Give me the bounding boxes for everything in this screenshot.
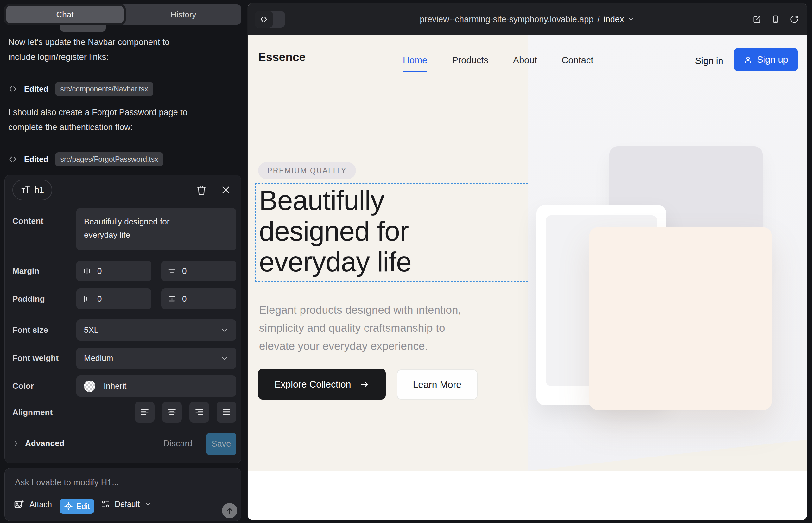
user-icon: [744, 55, 753, 64]
scrolled-file-pill-partial: [60, 25, 106, 32]
sign-up-button[interactable]: Sign up: [734, 48, 798, 71]
refresh-icon[interactable]: [790, 15, 799, 24]
edit-mode-button[interactable]: Edit: [59, 499, 94, 513]
arrow-right-icon: [360, 380, 369, 389]
paragraph-line: Elegant products designed with intention…: [259, 301, 461, 319]
padding-horizontal-input[interactable]: 0: [76, 288, 152, 309]
file-chip[interactable]: src/components/Navbar.tsx: [55, 82, 153, 96]
edited-label: Edited: [24, 85, 48, 94]
nav-link-home[interactable]: Home: [403, 55, 427, 72]
save-button[interactable]: Save: [206, 433, 236, 455]
padding-horizontal-value: 0: [97, 294, 102, 304]
heading-line: everyday life: [259, 246, 411, 277]
code-preview-toggle[interactable]: [254, 11, 285, 28]
padding-label: Padding: [12, 294, 45, 304]
image-plus-icon: [14, 499, 24, 509]
advanced-label: Advanced: [25, 438, 64, 448]
margin-horizontal-icon: [83, 267, 91, 275]
chevron-right-icon: [12, 440, 20, 447]
align-justify-button[interactable]: [217, 402, 236, 422]
nav-link-contact[interactable]: Contact: [562, 55, 594, 72]
message-line: Now let's update the Navbar component to: [8, 35, 235, 50]
margin-vertical-value: 0: [182, 266, 187, 276]
message-line: I should also create a Forgot Password p…: [8, 105, 235, 120]
close-panel-icon[interactable]: [221, 185, 231, 195]
chat-history-tabbar: Chat History: [4, 4, 241, 25]
hero-paragraph: Elegant products designed with intention…: [259, 301, 461, 355]
code-icon: [8, 85, 17, 93]
hero-heading[interactable]: Beautifully designed for everyday life: [259, 185, 411, 277]
discard-button[interactable]: Discard: [163, 439, 193, 449]
url-path: index: [604, 15, 624, 24]
message-line: include login/register links:: [8, 50, 235, 65]
send-button[interactable]: [222, 503, 237, 518]
chevron-down-icon: [220, 354, 229, 362]
font-size-select[interactable]: 5XL: [76, 320, 236, 341]
url-bar[interactable]: preview--charming-site-symphony.lovable.…: [248, 3, 807, 35]
margin-vertical-icon: [167, 267, 176, 275]
padding-vertical-value: 0: [182, 294, 187, 304]
align-right-button[interactable]: [189, 402, 209, 422]
advanced-toggle[interactable]: Advanced: [12, 438, 64, 448]
content-label: Content: [12, 216, 43, 226]
align-left-button[interactable]: [135, 402, 155, 422]
element-editor-panel: h1 Content Beautifully designed for ever…: [4, 175, 241, 464]
site-nav: Home Products About Contact: [403, 55, 594, 72]
color-picker-field[interactable]: Inherit: [76, 376, 236, 397]
alignment-label: Alignment: [12, 408, 53, 417]
code-icon: [8, 155, 17, 164]
file-chip[interactable]: src/pages/ForgotPassword.tsx: [55, 152, 163, 166]
nav-link-products[interactable]: Products: [452, 55, 488, 72]
model-label: Default: [114, 500, 140, 509]
attach-label: Attach: [30, 500, 52, 509]
padding-vertical-icon: [167, 294, 176, 303]
site-logo[interactable]: Essence: [258, 51, 306, 64]
margin-label: Margin: [12, 266, 39, 276]
model-selector[interactable]: Default: [101, 499, 152, 509]
assistant-message: Now let's update the Navbar component to…: [8, 35, 235, 65]
heading-line: Beautifully: [259, 185, 411, 216]
padding-vertical-input[interactable]: 0: [161, 288, 236, 309]
edited-file-row: Edited src/components/Navbar.tsx: [8, 82, 153, 96]
tag-label: h1: [35, 185, 44, 195]
edited-file-row: Edited src/pages/ForgotPassword.tsx: [8, 152, 163, 166]
explore-collection-label: Explore Collection: [275, 379, 351, 390]
site-viewport: Essence Home Products About Contact Sign…: [248, 35, 807, 520]
tab-history[interactable]: History: [125, 4, 241, 25]
chevron-down-icon: [220, 326, 229, 334]
font-weight-label: Font weight: [12, 353, 58, 363]
learn-more-label: Learn More: [413, 379, 461, 390]
open-external-icon[interactable]: [753, 15, 761, 24]
code-icon[interactable]: [254, 11, 273, 28]
explore-collection-button[interactable]: Explore Collection: [258, 369, 386, 399]
align-center-button[interactable]: [162, 402, 182, 422]
margin-vertical-input[interactable]: 0: [161, 260, 236, 282]
font-weight-value: Medium: [84, 353, 113, 363]
sign-in-link[interactable]: Sign in: [695, 56, 723, 66]
transparent-color-swatch: [84, 381, 95, 392]
content-input[interactable]: Beautifully designed for everyday life: [76, 208, 236, 250]
toolbar-actions: [753, 15, 799, 24]
margin-horizontal-input[interactable]: 0: [76, 260, 152, 282]
color-label: Color: [12, 381, 34, 391]
chevron-down-icon: [144, 500, 152, 508]
assistant-message: I should also create a Forgot Password p…: [8, 105, 235, 135]
heading-line: designed for: [259, 216, 411, 246]
url-separator: /: [597, 15, 600, 24]
font-size-value: 5XL: [84, 325, 99, 335]
lovable-app: Chat History Now let's update the Navbar…: [0, 0, 812, 523]
edit-label: Edit: [76, 502, 90, 511]
learn-more-button[interactable]: Learn More: [397, 369, 478, 399]
mobile-view-icon[interactable]: [771, 15, 780, 24]
chat-composer[interactable]: Ask Lovable to modify H1... Attach Edit …: [4, 468, 241, 521]
nav-link-about[interactable]: About: [513, 55, 537, 72]
content-value: Beautifully designed for everyday life: [84, 215, 193, 241]
tab-chat[interactable]: Chat: [6, 6, 124, 23]
edited-label: Edited: [24, 155, 48, 164]
url-domain: preview--charming-site-symphony.lovable.…: [420, 15, 594, 24]
selected-element-tag: h1: [12, 180, 52, 200]
delete-element-button[interactable]: [196, 184, 207, 195]
attach-button[interactable]: Attach: [14, 499, 52, 509]
decor-beige-card: [589, 227, 772, 410]
font-weight-select[interactable]: Medium: [76, 348, 236, 369]
